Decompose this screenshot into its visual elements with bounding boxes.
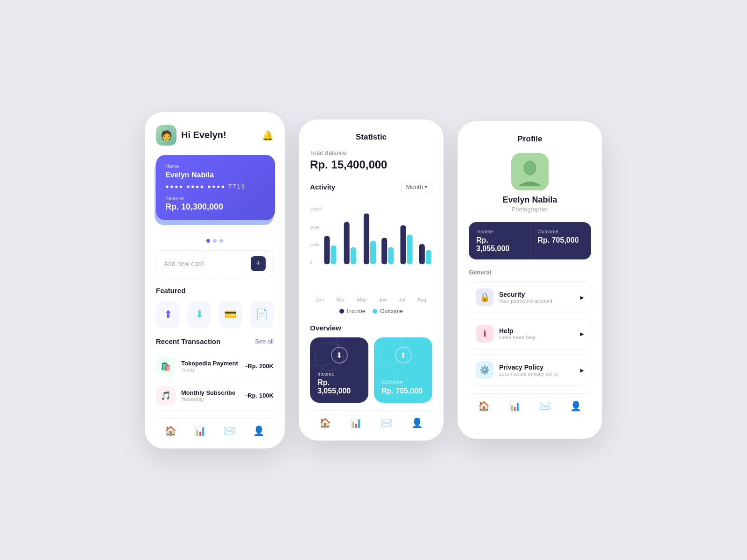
month-jan: Jan xyxy=(316,297,324,302)
profile-photo-area: Evelyn Nabila Photographer xyxy=(469,153,591,213)
overview-outcome-card: ⬆ Outcome Rp. 705,000 xyxy=(374,337,432,403)
svg-rect-8 xyxy=(400,225,406,265)
security-title: Security xyxy=(499,291,575,298)
tx-info-2: Monthly Subscribe Yesterday xyxy=(181,389,240,402)
svg-rect-9 xyxy=(419,244,425,264)
card-name-label: Name xyxy=(165,163,266,169)
svg-rect-4 xyxy=(324,236,330,264)
security-icon-box: 🔒 xyxy=(476,288,493,306)
nav-home-3[interactable]: 🏠 xyxy=(478,400,490,412)
month-label: Month xyxy=(406,183,423,190)
activity-label: Activity xyxy=(310,183,335,191)
ov-income-label: Income xyxy=(317,371,361,377)
feat-wallet[interactable]: 💳 xyxy=(218,301,242,328)
nav-chart-2[interactable]: 📊 xyxy=(350,417,362,428)
io-outcome-value: Rp. 705,000 xyxy=(538,236,584,245)
transaction-row-1[interactable]: 🛍️ Tokopedia Payment Today -Rp. 200K xyxy=(156,352,274,381)
nav-user-3[interactable]: 👤 xyxy=(570,400,582,412)
bottom-nav-3: 🏠 📊 ✉️ 👤 xyxy=(469,393,591,416)
card-name: Evelyn Nabila xyxy=(165,171,266,179)
profile-title: Profile xyxy=(469,134,591,144)
nav-chart-3[interactable]: 📊 xyxy=(509,400,521,412)
svg-rect-11 xyxy=(351,247,356,264)
month-jun: Jun xyxy=(379,297,387,302)
profile-name: Evelyn Nabila xyxy=(502,195,557,205)
feat-download[interactable]: ⬇ xyxy=(187,301,211,328)
tx-name-2: Monthly Subscribe xyxy=(181,389,240,396)
chevron-down-icon: ▾ xyxy=(425,184,427,189)
tx-date-2: Yesterday xyxy=(181,396,240,402)
nav-mail-2[interactable]: ✉️ xyxy=(381,417,392,428)
ov-outcome-label: Outcome xyxy=(381,379,425,385)
month-jul: Jul xyxy=(399,297,405,302)
tx-info-1: Tokopedia Payment Today xyxy=(181,360,240,372)
overview-cards: ⬇ Income Rp. 3,055,000 ⬆ Outcome Rp. 705… xyxy=(310,337,432,403)
screen-statistic: Statistic Total Balance Rp. 15,400,000 A… xyxy=(299,119,444,441)
outcome-card-icon: ⬆ xyxy=(395,347,412,364)
featured-icons: ⬆ ⬇ 💳 📄 xyxy=(156,301,274,328)
transaction-row-2[interactable]: 🎵 Monthly Subscribe Yesterday -Rp. 100K xyxy=(156,381,274,411)
svg-rect-6 xyxy=(364,213,369,264)
lock-icon: 🔒 xyxy=(479,292,490,302)
bell-icon[interactable]: 🔔 xyxy=(262,130,274,141)
help-icon: ℹ xyxy=(483,329,486,339)
nav-home-2[interactable]: 🏠 xyxy=(319,417,331,428)
dot-2 xyxy=(213,239,217,243)
svg-text:1000K: 1000K xyxy=(310,207,322,211)
add-card-button[interactable]: + xyxy=(251,256,266,271)
card-main[interactable]: Name Evelyn Nabila ●●●● ●●●● ●●●● 7719 B… xyxy=(156,155,275,220)
add-card-label: Add new card xyxy=(164,260,204,267)
svg-rect-14 xyxy=(407,235,413,264)
menu-help[interactable]: ℹ Help Need more help ▶ xyxy=(469,318,591,350)
card-indicators xyxy=(156,239,274,243)
recent-title: Recent Transaction xyxy=(156,337,220,345)
svg-rect-12 xyxy=(370,241,376,264)
tx-name-1: Tokopedia Payment xyxy=(181,360,240,367)
statistic-title: Statistic xyxy=(310,133,432,142)
privacy-arrow: ▶ xyxy=(580,368,584,373)
activity-header: Activity Month ▾ xyxy=(310,181,432,193)
nav-mail-1[interactable]: ✉️ xyxy=(224,425,235,436)
featured-title: Featured xyxy=(156,287,274,294)
nav-user-1[interactable]: 👤 xyxy=(253,425,265,436)
nav-user-2[interactable]: 👤 xyxy=(411,417,423,428)
privacy-subtitle: Learn about privacy policy xyxy=(499,371,575,377)
io-income-label: Income xyxy=(476,229,522,234)
month-dropdown[interactable]: Month ▾ xyxy=(401,181,432,193)
menu-privacy[interactable]: ⚙️ Privacy Policy Learn about privacy po… xyxy=(469,354,591,386)
nav-home-1[interactable]: 🏠 xyxy=(165,425,176,436)
svg-text:0: 0 xyxy=(310,260,312,265)
bottom-nav-2: 🏠 📊 ✉️ 👤 xyxy=(310,410,432,433)
help-title: Help xyxy=(499,327,575,335)
tx-icon-2: 🎵 xyxy=(156,386,176,406)
io-income-value: Rp. 3,055,000 xyxy=(476,236,522,253)
feat-doc[interactable]: 📄 xyxy=(250,301,274,328)
recent-header: Recent Transaction See all xyxy=(156,337,274,345)
income-card-icon: ⬇ xyxy=(331,347,348,364)
screens-container: 🧑 Hi Evelyn! 🔔 Name Evelyn Nabila ●●●● ●… xyxy=(145,112,602,448)
chart-month-labels: Jan Mar May Jun Jul Aug xyxy=(310,297,432,302)
feat-upload[interactable]: ⬆ xyxy=(156,301,180,328)
security-text: Security Your password account xyxy=(499,291,575,304)
total-balance-value: Rp. 15,400,000 xyxy=(310,158,432,171)
bottom-nav-1: 🏠 📊 ✉️ 👤 xyxy=(156,418,274,441)
see-all-link[interactable]: See all xyxy=(255,338,274,345)
screen-home: 🧑 Hi Evelyn! 🔔 Name Evelyn Nabila ●●●● ●… xyxy=(145,112,285,448)
help-arrow: ▶ xyxy=(580,331,584,336)
chart-svg: 1000K 500K 100K 0 xyxy=(310,200,432,293)
nav-chart-1[interactable]: 📊 xyxy=(194,425,206,436)
menu-security[interactable]: 🔒 Security Your password account ▶ xyxy=(469,281,591,313)
svg-rect-10 xyxy=(331,245,336,264)
privacy-icon-box: ⚙️ xyxy=(476,361,493,379)
month-mar: Mar xyxy=(336,297,345,302)
svg-text:500K: 500K xyxy=(310,225,320,230)
help-icon-box: ℹ xyxy=(476,325,493,343)
add-card-row[interactable]: Add new card + xyxy=(156,250,274,277)
tx-icon-1: 🛍️ xyxy=(156,357,176,376)
io-outcome-label: Outcome xyxy=(538,229,584,234)
ov-outcome-value: Rp. 705,000 xyxy=(381,387,425,395)
nav-mail-3[interactable]: ✉️ xyxy=(539,400,551,412)
card-balance-label: Balance xyxy=(165,196,266,201)
card-balance: Rp. 10,300,000 xyxy=(165,202,266,212)
total-balance-label: Total Balance xyxy=(310,149,432,156)
